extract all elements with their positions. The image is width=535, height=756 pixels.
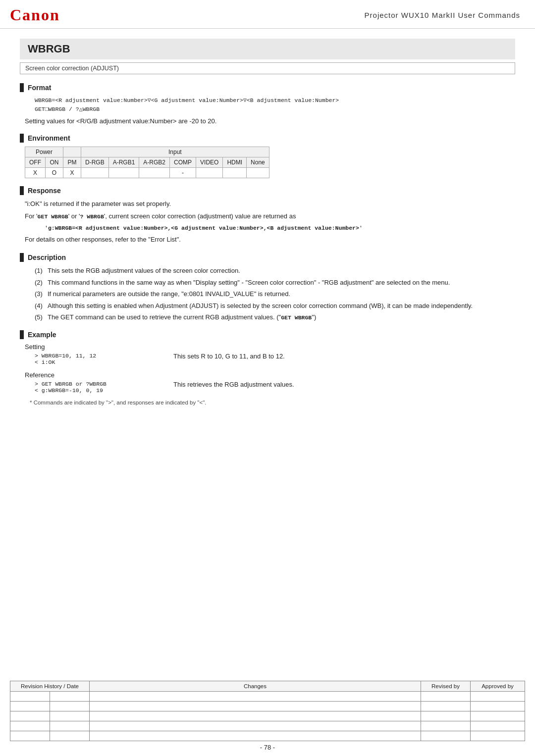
rev-changes-5: [90, 731, 421, 741]
env-power-header: Power: [25, 147, 63, 157]
page-header-title: Projector WUX10 MarkII User Commands: [365, 11, 520, 19]
table-row: [10, 702, 525, 711]
desc-text-2: This command functions in the same way a…: [48, 278, 515, 288]
ref-desc: This retrieves the RGB adjustment values…: [163, 381, 294, 388]
reference-label: Reference: [25, 371, 515, 379]
rev-date-4: [50, 721, 90, 731]
rev-date-1: [50, 692, 90, 702]
description-heading-text: Description: [28, 253, 66, 261]
main-content: WBRGB Screen color correction (ADJUST) F…: [0, 29, 535, 415]
revision-history-header: Revision History / Date: [10, 681, 90, 692]
rev-approved-1: [471, 692, 525, 702]
table-row: [10, 731, 525, 741]
page-number: - 78 -: [0, 744, 535, 751]
response-heading-bar: [20, 186, 24, 195]
env-argb1-val: [108, 168, 139, 178]
env-video-val: [196, 168, 223, 178]
revision-table-wrapper: Revision History / Date Changes Revised …: [10, 681, 525, 741]
format-line1: WBRGB=<R adjustment value:Number>▽<G adj…: [35, 97, 339, 103]
example-heading-text: Example: [28, 331, 56, 339]
environment-heading-text: Environment: [28, 134, 70, 142]
section-title: WBRGB: [28, 43, 507, 55]
env-none-val: [247, 168, 269, 178]
response-code1: GET WBRGB: [38, 213, 68, 220]
description-heading-bar: [20, 253, 24, 262]
rev-revised-2: [421, 702, 471, 711]
rev-changes-4: [90, 721, 421, 731]
env-drgb-header: D-RGB: [81, 157, 109, 168]
rev-revised-1: [421, 692, 471, 702]
canon-logo: Canon: [10, 6, 60, 24]
subtitle-text: Screen color correction (ADJUST): [25, 65, 119, 72]
rev-approved-5: [471, 731, 525, 741]
format-heading-text: Format: [28, 84, 51, 92]
revision-approved-header: Approved by: [471, 681, 525, 692]
env-argb2-val: [139, 168, 170, 178]
rev-hist-1: [10, 692, 50, 702]
env-off-header: OFF: [25, 157, 46, 168]
env-pm-header: [63, 147, 81, 157]
rev-hist-2: [10, 702, 50, 711]
revision-revised-header: Revised by: [421, 681, 471, 692]
response-heading-container: Response: [20, 186, 515, 195]
rev-date-3: [50, 711, 90, 721]
format-heading-container: Format: [20, 83, 515, 92]
desc-num-5: (5): [35, 312, 48, 322]
desc-num-3: (3): [35, 289, 48, 299]
rev-revised-3: [421, 711, 471, 721]
desc-text-5: The GET command can be used to retrieve …: [48, 312, 515, 322]
rev-changes-2: [90, 702, 421, 711]
env-hdmi-header: HDMI: [223, 157, 247, 168]
env-none-header: None: [247, 157, 269, 168]
description-heading-container: Description: [20, 253, 515, 262]
response-code2: ? WBRGB: [80, 213, 104, 220]
env-comp-header: COMP: [170, 157, 196, 168]
env-data-row: X O X -: [25, 168, 269, 178]
table-row: [10, 692, 525, 702]
desc-item-2: (2) This command functions in the same w…: [35, 278, 515, 288]
desc-num-1: (1): [35, 266, 48, 276]
reference-code-col: > GET WBRGB or ?WBRGB < g:WBRGB=-10, 0, …: [35, 381, 163, 394]
format-note: Setting values for <R/G/B adjustment val…: [25, 116, 515, 126]
environment-heading-container: Environment: [20, 134, 515, 143]
response-line1: "i:OK" is returned if the parameter was …: [25, 199, 515, 209]
env-comp-val: -: [170, 168, 196, 178]
env-pm-val: X: [63, 168, 81, 178]
env-table-header-row1: Power Input: [25, 147, 269, 157]
revision-changes-header: Changes: [90, 681, 421, 692]
env-drgb-val: [81, 168, 109, 178]
env-input-header: Input: [81, 147, 269, 157]
rev-changes-3: [90, 711, 421, 721]
revision-header-row: Revision History / Date Changes Revised …: [10, 681, 525, 692]
rev-date-2: [50, 702, 90, 711]
desc-item-3: (3) If numerical parameters are outside …: [35, 289, 515, 299]
env-video-header: VIDEO: [196, 157, 223, 168]
setting-example-row: > WBRGB=10, 11, 12 < i:OK This sets R to…: [35, 353, 515, 365]
example-heading-container: Example: [20, 330, 515, 339]
format-line2: GET□WBRGB / ?△WBRGB: [35, 106, 100, 112]
format-heading-bar: [20, 83, 24, 92]
env-argb1-header: A-RGB1: [108, 157, 139, 168]
desc-text-1: This sets the RGB adjustment values of t…: [48, 266, 515, 276]
desc-item-4: (4) Although this setting is enabled whe…: [35, 301, 515, 311]
rev-approved-2: [471, 702, 525, 711]
response-line2: For 'GET WBRGB' or '? WBRGB', current sc…: [25, 211, 515, 222]
desc-item-1: (1) This sets the RGB adjustment values …: [35, 266, 515, 276]
page-header: Canon Projector WUX10 MarkII User Comman…: [0, 0, 535, 29]
env-on-header: ON: [46, 157, 63, 168]
env-table-header-row2: OFF ON PM D-RGB A-RGB1 A-RGB2 COMP VIDEO…: [25, 157, 269, 168]
rev-changes-1: [90, 692, 421, 702]
table-row: [10, 711, 525, 721]
env-off-val: X: [25, 168, 46, 178]
example-heading-bar: [20, 330, 24, 339]
response-code3: g:WBRGB=<R adjustment value:Number>,<G a…: [48, 225, 359, 231]
env-pm-header2: PM: [63, 157, 81, 168]
rev-revised-5: [421, 731, 471, 741]
setting-cmd: > WBRGB=10, 11, 12: [35, 353, 163, 359]
rev-date-5: [50, 731, 90, 741]
rev-hist-3: [10, 711, 50, 721]
subtitle-row: Screen color correction (ADJUST): [20, 62, 515, 74]
rev-hist-4: [10, 721, 50, 731]
environment-table: Power Input OFF ON PM D-RGB A-RGB1 A-RGB…: [25, 147, 269, 178]
rev-approved-3: [471, 711, 525, 721]
